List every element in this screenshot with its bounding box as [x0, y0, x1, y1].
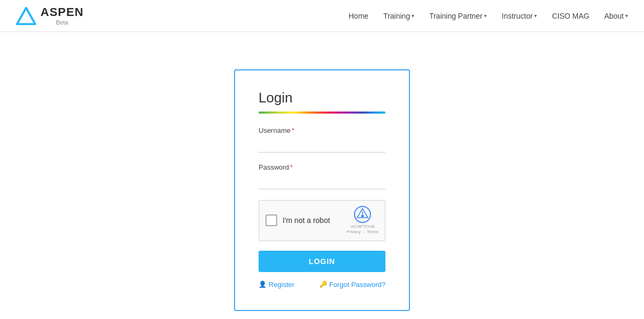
svg-point-2 [361, 215, 364, 218]
header: ASPEN Beta Home Training ▾ Training Part… [0, 0, 644, 32]
rainbow-divider [259, 111, 385, 114]
nav-home[interactable]: Home [349, 12, 368, 20]
forgot-password-link[interactable]: 🔑 Forgot Password? [319, 281, 386, 289]
login-card: Login Username* Password* I'm not a robo… [234, 69, 410, 311]
brand-sub: Beta [41, 19, 84, 26]
username-required: * [292, 126, 294, 134]
recaptcha-left: I'm not a robot [265, 214, 330, 226]
recaptcha-widget[interactable]: I'm not a robot reCAPTCHA Privacy - Term… [259, 200, 385, 241]
nav-training-partner[interactable]: Training Partner ▾ [429, 12, 487, 20]
nav-instructor[interactable]: Instructor ▾ [502, 12, 537, 20]
username-group: Username* [259, 126, 385, 153]
nav-about[interactable]: About ▾ [604, 12, 628, 20]
recaptcha-brand-text: reCAPTCHA Privacy - Terms [347, 224, 379, 235]
recaptcha-right: reCAPTCHA Privacy - Terms [347, 206, 379, 235]
register-icon: 👤 [259, 281, 267, 288]
logo-triangle-icon [16, 6, 36, 26]
login-button[interactable]: LOGIN [259, 251, 385, 272]
password-input[interactable] [259, 174, 385, 189]
nav-about-link[interactable]: About [604, 12, 624, 20]
username-input[interactable] [259, 137, 385, 153]
svg-marker-0 [17, 7, 35, 23]
recaptcha-label: I'm not a robot [283, 216, 330, 225]
chevron-down-icon: ▾ [412, 13, 414, 19]
chevron-down-icon: ▾ [625, 13, 628, 19]
chevron-down-icon: ▾ [534, 13, 537, 19]
recaptcha-logo-icon [354, 206, 371, 223]
nav-instructor-link[interactable]: Instructor [502, 12, 533, 20]
nav-ciso-mag[interactable]: CISO MAG [552, 12, 589, 20]
register-link[interactable]: 👤 Register [259, 281, 294, 289]
nav-training-partner-link[interactable]: Training Partner [429, 12, 482, 20]
username-label: Username* [259, 126, 385, 134]
main-nav: Home Training ▾ Training Partner ▾ Instr… [349, 12, 628, 20]
key-icon: 🔑 [319, 281, 327, 288]
nav-training[interactable]: Training ▾ [383, 12, 414, 20]
logo-text: ASPEN Beta [41, 6, 84, 25]
chevron-down-icon: ▾ [484, 13, 487, 19]
nav-training-link[interactable]: Training [383, 12, 410, 20]
bottom-links: 👤 Register 🔑 Forgot Password? [259, 281, 385, 289]
login-title: Login [259, 90, 385, 106]
main-content: Login Username* Password* I'm not a robo… [0, 32, 644, 319]
logo-area: ASPEN Beta [16, 6, 84, 26]
recaptcha-checkbox[interactable] [265, 214, 277, 226]
password-group: Password* [259, 163, 385, 189]
brand-name: ASPEN [41, 6, 84, 19]
password-required: * [290, 163, 293, 171]
password-label: Password* [259, 163, 385, 171]
